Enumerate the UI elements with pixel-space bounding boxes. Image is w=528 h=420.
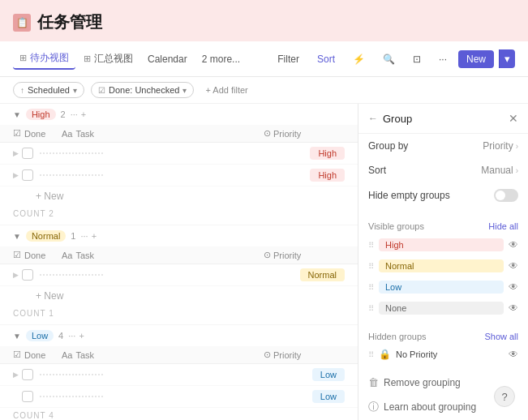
- new-button-dropdown[interactable]: ▾: [499, 49, 515, 68]
- eye-icon-none[interactable]: 👁: [509, 302, 518, 314]
- sort-row[interactable]: Sort Manual ›: [358, 158, 528, 182]
- group-low-add[interactable]: +: [79, 331, 84, 341]
- group-by-row[interactable]: Group by Priority ›: [358, 134, 528, 158]
- group-high-toggle[interactable]: ▼: [13, 110, 21, 119]
- task-checkbox[interactable]: [22, 148, 33, 159]
- drag-handle-high[interactable]: ⠿: [368, 241, 374, 250]
- task-content-low2: [40, 396, 312, 397]
- priority-label-l: Priority: [273, 350, 301, 360]
- add-task-high[interactable]: + New: [0, 186, 358, 206]
- task-checkbox-2[interactable]: [22, 169, 33, 181]
- count-normal: COUNT 1: [0, 306, 358, 324]
- task-icon-n: Aa: [62, 251, 72, 260]
- group-low-header[interactable]: ▼ Low 4 ··· +: [0, 325, 358, 346]
- group-normal-header[interactable]: ▼ Normal 1 ··· +: [0, 225, 358, 246]
- col-done-normal: ☑ Done: [13, 250, 62, 260]
- task-checkbox-low1[interactable]: [22, 369, 33, 380]
- tab-more[interactable]: 2 more...: [195, 50, 247, 68]
- visible-badge-normal: Normal: [379, 259, 504, 272]
- task-text-placeholder: [40, 152, 310, 154]
- col-task-high: Aa Task: [62, 129, 264, 139]
- group-normal-ellipsis[interactable]: ···: [80, 231, 88, 241]
- view-button[interactable]: ⊡: [406, 50, 427, 68]
- tab-summary-label: 汇总视图: [94, 52, 133, 66]
- lightning-button[interactable]: ⚡: [346, 50, 371, 68]
- trash-icon: 🗑: [368, 376, 379, 388]
- row-expand-normal[interactable]: ▶: [13, 271, 19, 279]
- table-row[interactable]: ▶ High: [0, 143, 358, 165]
- add-filter-button[interactable]: + Add filter: [200, 83, 252, 97]
- visible-badge-none: None: [379, 302, 504, 315]
- task-content-low1: [40, 374, 312, 375]
- help-button[interactable]: ?: [494, 386, 515, 407]
- eye-icon-normal[interactable]: 👁: [509, 260, 518, 272]
- hide-all-button[interactable]: Hide all: [488, 221, 518, 231]
- drag-handle-low[interactable]: ⠿: [368, 283, 374, 292]
- visible-badge-low: Low: [379, 281, 504, 294]
- priority-badge-low1: Low: [312, 368, 345, 381]
- task-checkbox-low2[interactable]: [22, 391, 33, 402]
- add-filter-label: + Add filter: [205, 85, 247, 95]
- group-low: ▼ Low 4 ··· + ☑ Done Aa Task: [0, 325, 358, 420]
- done-icon: ☑: [98, 86, 105, 95]
- group-normal-add[interactable]: +: [92, 231, 97, 241]
- group-by-value: Priority ›: [483, 140, 518, 152]
- group-high-header[interactable]: ▼ High 2 ··· +: [0, 104, 358, 125]
- show-all-button[interactable]: Show all: [484, 332, 518, 341]
- panel-back-button[interactable]: ←: [368, 113, 378, 124]
- row-expand-icon-2[interactable]: ▶: [13, 171, 19, 179]
- hide-empty-toggle[interactable]: [494, 189, 518, 202]
- drag-handle-normal[interactable]: ⠿: [368, 262, 374, 271]
- col-header-high: ☑ Done Aa Task ⊙ Priority: [0, 125, 358, 143]
- tab-calendar[interactable]: Calendar: [141, 50, 194, 68]
- group-by-value-text: Priority: [483, 140, 513, 152]
- scheduled-filter-chip[interactable]: ↑ Scheduled ▾: [13, 82, 84, 98]
- drag-handle-none[interactable]: ⠿: [368, 304, 374, 313]
- sort-button[interactable]: Sort: [311, 50, 341, 68]
- table-row[interactable]: ▶ Low: [0, 386, 358, 408]
- search-button[interactable]: 🔍: [376, 50, 401, 68]
- group-low-ellipsis[interactable]: ···: [68, 331, 75, 341]
- done-label: Done: Unchecked: [109, 85, 179, 95]
- tab-more-label: 2 more...: [202, 54, 240, 65]
- task-content-normal: [40, 274, 300, 276]
- panel-header: ← Group ✕: [358, 104, 528, 134]
- row-expand-low1[interactable]: ▶: [13, 371, 19, 379]
- tab-summary-view[interactable]: ⊞ 汇总视图: [77, 49, 140, 69]
- table-row[interactable]: ▶ Normal: [0, 264, 358, 286]
- priority-col-icon: ⊙: [264, 128, 271, 139]
- no-priority-label: No Priority: [396, 349, 504, 359]
- col-header-normal: ☑ Done Aa Task ⊙ Priority: [0, 246, 358, 264]
- group-high-ellipsis[interactable]: ···: [71, 109, 78, 119]
- row-expand-icon[interactable]: ▶: [13, 149, 19, 157]
- panel-close-button[interactable]: ✕: [509, 112, 518, 125]
- task-checkbox-normal[interactable]: [22, 269, 33, 281]
- eye-icon-nopriority[interactable]: 👁: [509, 349, 518, 360]
- group-low-toggle[interactable]: ▼: [13, 332, 21, 341]
- tab-todo-view[interactable]: ⊞ 待办视图: [13, 48, 75, 70]
- done-filter-chip[interactable]: ☑ Done: Unchecked ▾: [91, 82, 194, 98]
- app-icon: 📋: [13, 14, 31, 32]
- visible-group-high: ⠿ High 👁: [358, 234, 528, 255]
- eye-icon-high[interactable]: 👁: [509, 239, 518, 251]
- new-button[interactable]: New: [458, 50, 494, 68]
- drag-handle-nopriority[interactable]: ⠿: [368, 350, 374, 359]
- task-col-label: Task: [75, 129, 94, 139]
- learn-grouping-label: Learn about grouping: [384, 401, 476, 413]
- more-button[interactable]: ···: [432, 50, 453, 68]
- filter-button[interactable]: Filter: [271, 50, 306, 68]
- group-high-add[interactable]: +: [81, 109, 86, 119]
- filter-bar: ↑ Scheduled ▾ ☑ Done: Unchecked ▾ + Add …: [0, 77, 528, 104]
- app-title: 任务管理: [37, 11, 102, 33]
- table-row[interactable]: ▶ High: [0, 165, 358, 186]
- panel-title-row: ← Group: [368, 113, 412, 125]
- table-row[interactable]: ▶ Low: [0, 364, 358, 386]
- add-task-normal[interactable]: + New: [0, 286, 358, 306]
- table-icon: ⊞: [19, 53, 27, 63]
- group-normal-toggle[interactable]: ▼: [13, 232, 21, 241]
- task-content: [40, 152, 310, 154]
- eye-icon-low[interactable]: 👁: [509, 281, 518, 293]
- task-text-low1: [40, 374, 312, 375]
- priority-icon-l: ⊙: [264, 349, 271, 360]
- visible-groups-header: Visible groups Hide all: [358, 215, 528, 234]
